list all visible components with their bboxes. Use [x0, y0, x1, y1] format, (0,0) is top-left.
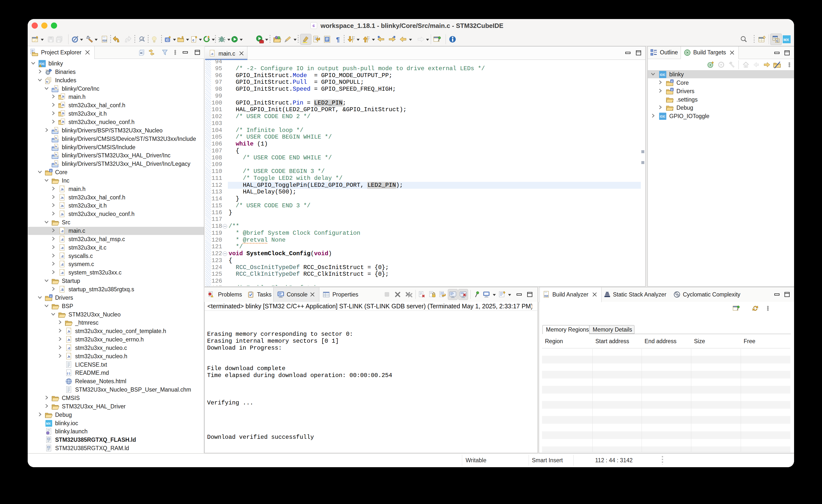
svg-text:.c: .c: [61, 254, 64, 258]
svg-text:.h: .h: [67, 338, 70, 342]
svg-text:C: C: [50, 295, 52, 298]
svg-text:h: h: [55, 86, 57, 89]
svg-text:.h: .h: [61, 204, 63, 208]
svg-text:010: 010: [102, 39, 107, 42]
svg-text:MX: MX: [46, 422, 51, 425]
svg-text:¶: ¶: [336, 36, 340, 43]
svg-text:.h: .h: [61, 187, 63, 191]
svg-text:h: h: [55, 161, 57, 164]
svg-text:.c: .c: [61, 271, 64, 275]
svg-text:C: C: [671, 80, 673, 82]
svg-text:h: h: [55, 136, 57, 139]
svg-text:010: 010: [544, 295, 548, 297]
svg-text:h: h: [55, 153, 57, 156]
svg-text:.h: .h: [61, 196, 63, 199]
svg-text:.c: .c: [61, 263, 64, 267]
svg-text:.h: .h: [61, 95, 64, 99]
svg-text:.c: .c: [67, 346, 70, 350]
svg-text:.h: .h: [61, 120, 64, 123]
svg-text:c: c: [192, 38, 194, 42]
svg-text:.h: .h: [67, 330, 70, 334]
svg-text:.S: .S: [61, 288, 64, 292]
svg-text:10: 10: [45, 69, 48, 71]
svg-text:IDE: IDE: [660, 73, 665, 77]
svg-text:.c: .c: [211, 52, 214, 56]
svg-text:IDE: IDE: [660, 115, 665, 119]
svg-text:h: h: [55, 145, 57, 148]
svg-text:.h: .h: [61, 213, 63, 216]
svg-text:.h: .h: [61, 103, 64, 107]
svg-text:C: C: [776, 39, 779, 43]
svg-text:.c: .c: [61, 237, 64, 241]
svg-text:.h: .h: [67, 355, 70, 359]
svg-text:h: h: [46, 80, 48, 83]
svg-text:!: !: [40, 65, 40, 67]
svg-text:C: C: [50, 169, 52, 172]
svg-text:.c: .c: [61, 246, 64, 250]
svg-text:h: h: [55, 128, 57, 131]
svg-text:{·}: {·}: [67, 372, 70, 375]
svg-text:.h: .h: [61, 112, 64, 115]
svg-text:MX: MX: [783, 38, 789, 42]
svg-text:C: C: [166, 38, 169, 42]
svg-text:.c: .c: [61, 229, 64, 233]
svg-text:C: C: [671, 88, 673, 91]
